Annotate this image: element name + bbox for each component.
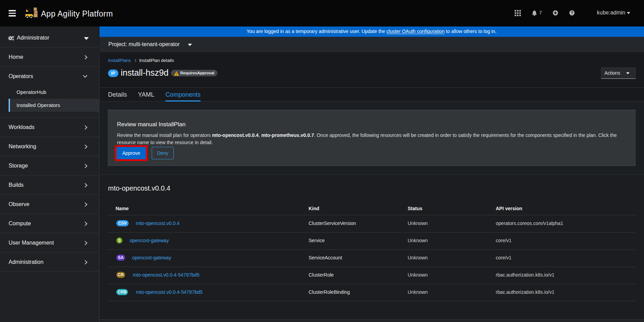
svg-text:?: ?: [571, 11, 573, 15]
